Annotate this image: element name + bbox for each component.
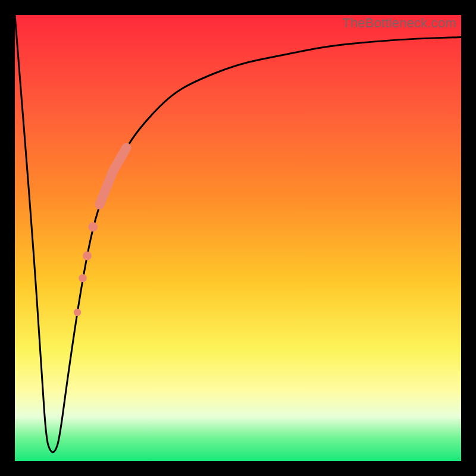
chart-svg	[15, 15, 461, 461]
highlight-dot	[79, 274, 87, 283]
highlight-dot	[88, 222, 98, 231]
highlight-dot	[83, 252, 92, 261]
bottleneck-curve-path	[15, 15, 461, 452]
highlight-segment	[100, 148, 127, 205]
highlight-dot	[74, 309, 81, 316]
chart-frame: TheBottleneck.com	[0, 0, 476, 476]
plot-area: TheBottleneck.com	[15, 15, 461, 461]
